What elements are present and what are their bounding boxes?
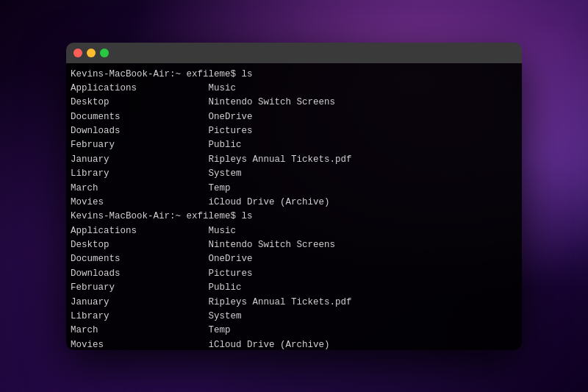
terminal-line: Downloads Pictures (71, 267, 516, 281)
close-button[interactable] (74, 49, 82, 57)
traffic-lights (74, 49, 109, 57)
terminal-line: Movies iCloud Drive (Archive) (71, 196, 516, 210)
terminal-line: Desktop Nintendo Switch Screens (71, 238, 516, 252)
terminal-line: Downloads Pictures (71, 124, 516, 138)
terminal-line: Movies iCloud Drive (Archive) (71, 338, 516, 350)
terminal-line: January Ripleys Annual Tickets.pdf (71, 153, 516, 167)
terminal-line: Kevins-MacBook-Air:~ exfileme$ ls (71, 210, 516, 224)
terminal-line: March Temp (71, 324, 516, 338)
terminal-line: February Public (71, 138, 516, 152)
terminal-line: Kevins-MacBook-Air:~ exfileme$ ls (71, 68, 516, 82)
terminal-line: Library System (71, 167, 516, 181)
terminal-line: Applications Music (71, 224, 516, 238)
minimize-button[interactable] (87, 49, 96, 57)
terminal-line: Desktop Nintendo Switch Screens (71, 96, 516, 110)
terminal-line: March Temp (71, 182, 516, 196)
terminal-line: Documents OneDrive (71, 252, 516, 266)
terminal-body[interactable]: Kevins-MacBook-Air:~ exfileme$ lsApplica… (66, 63, 522, 350)
terminal-window: Kevins-MacBook-Air:~ exfileme$ lsApplica… (66, 43, 522, 350)
terminal-line: February Public (71, 281, 516, 295)
terminal-line: Documents OneDrive (71, 110, 516, 124)
terminal-line: January Ripleys Annual Tickets.pdf (71, 296, 516, 310)
title-bar (66, 43, 522, 63)
maximize-button[interactable] (100, 49, 109, 57)
terminal-line: Library System (71, 310, 516, 324)
terminal-line: Applications Music (71, 82, 516, 96)
